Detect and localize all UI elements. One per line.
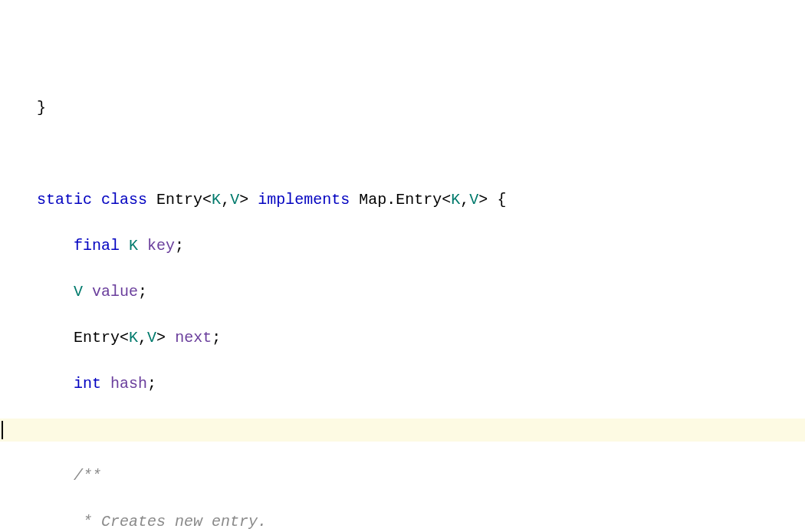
field-name: key [147, 235, 175, 258]
code-line[interactable]: final K key; [0, 235, 805, 258]
keyword-static: static [37, 189, 92, 212]
code-line-blank[interactable] [0, 143, 805, 166]
code-line[interactable]: /** [0, 465, 805, 488]
javadoc-comment: * Creates new entry. [74, 511, 267, 532]
code-line[interactable]: int hash; [0, 373, 805, 396]
guide-indent [0, 511, 37, 532]
field-name: value [92, 281, 138, 304]
keyword-class: class [101, 189, 147, 212]
close-brace: } [37, 97, 46, 120]
keyword-final: final [74, 235, 120, 258]
guide-indent [0, 373, 37, 396]
open-brace: { [497, 189, 506, 212]
guide-indent [0, 281, 37, 304]
guide-indent [0, 235, 37, 258]
guide-indent [0, 465, 37, 488]
type-param: V [230, 189, 239, 212]
type-ref: Entry [74, 327, 120, 350]
javadoc-comment: /** [74, 465, 101, 488]
class-name: Entry [156, 189, 202, 212]
type-ref: Map [359, 189, 386, 212]
type-ref: V [74, 281, 83, 304]
type-param: K [212, 189, 221, 212]
type-ref: K [129, 235, 138, 258]
keyword-int: int [74, 373, 101, 396]
code-line[interactable]: * Creates new entry. [0, 511, 805, 532]
keyword-implements: implements [258, 189, 350, 212]
type-param: V [469, 189, 478, 212]
guide-indent [0, 97, 37, 120]
type-param: K [451, 189, 460, 212]
code-line[interactable]: V value; [0, 281, 805, 304]
type-ref: Entry [396, 189, 442, 212]
code-line[interactable]: static class Entry<K,V> implements Map.E… [0, 189, 805, 212]
field-name: hash [110, 373, 147, 396]
field-name: next [175, 327, 212, 350]
code-line[interactable]: Entry<K,V> next; [0, 327, 805, 350]
current-line-highlight[interactable] [0, 419, 805, 442]
type-param: V [147, 327, 156, 350]
code-line[interactable]: } [0, 97, 805, 120]
type-param: K [129, 327, 138, 350]
indent [0, 189, 37, 212]
text-cursor [2, 421, 3, 439]
guide-indent [0, 327, 37, 350]
